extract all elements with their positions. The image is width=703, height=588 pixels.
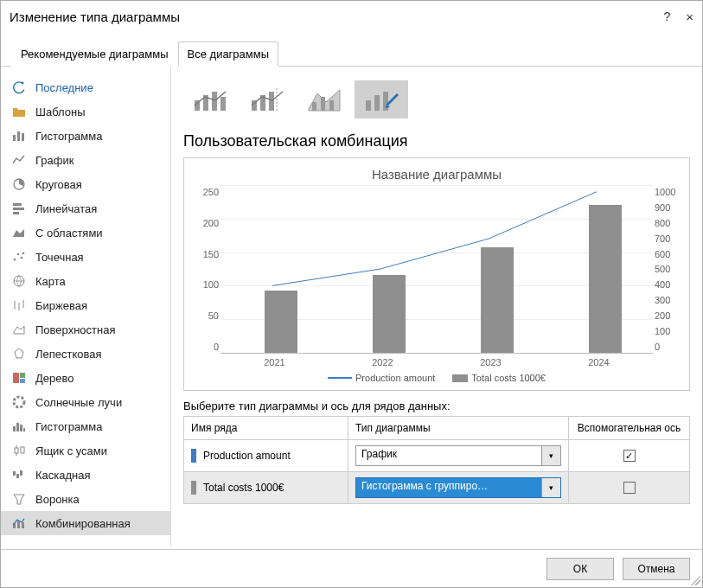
sidebar-item-histogram2[interactable]: Гистограмма (1, 414, 170, 438)
sidebar-item-boxwhisker[interactable]: Ящик с усами (1, 438, 170, 463)
sidebar-item-bar[interactable]: Линейчатая (1, 196, 170, 220)
stock-icon (11, 297, 27, 313)
recent-icon (11, 80, 27, 95)
primary-y-axis: 250 200 150 100 50 0 (193, 185, 220, 354)
svg-rect-18 (20, 379, 25, 383)
svg-rect-46 (374, 95, 380, 111)
svg-rect-5 (13, 208, 24, 210)
svg-rect-23 (23, 428, 25, 431)
svg-rect-29 (16, 474, 19, 478)
close-icon[interactable]: × (686, 10, 693, 24)
subtype-2[interactable] (240, 80, 294, 118)
subtype-custom[interactable] (355, 80, 408, 118)
tab-strip: Рекомендуемые диаграммы Все диаграммы (1, 32, 702, 67)
sidebar-item-combo[interactable]: Комбинированная (1, 511, 170, 535)
subtype-title: Пользовательская комбинация (183, 127, 690, 157)
folder-icon (11, 104, 27, 119)
box-icon (11, 443, 27, 458)
funnel-icon (11, 491, 27, 507)
svg-rect-36 (212, 92, 217, 111)
subtype-3[interactable] (297, 80, 351, 118)
hbar-icon (11, 201, 27, 216)
secondary-axis-checkbox-2[interactable] (623, 482, 636, 494)
column-icon (11, 128, 27, 144)
chevron-down-icon[interactable]: ▾ (541, 478, 560, 497)
sidebar-item-templates[interactable]: Шаблоны (1, 99, 170, 124)
svg-rect-47 (383, 92, 388, 111)
chart-category-sidebar: Последние Шаблоны Гистограмма График Кру… (1, 67, 170, 546)
x-axis: 2021 2022 2023 2024 (193, 357, 681, 368)
title-bar: Изменение типа диаграммы ? × (1, 1, 702, 32)
plot-area (220, 185, 653, 354)
svg-point-10 (22, 252, 25, 255)
dialog-footer: ОК Отмена (1, 549, 702, 587)
series-table: Имя ряда Тип диаграммы Вспомогательная о… (183, 416, 690, 504)
svg-rect-1 (17, 131, 20, 141)
help-icon[interactable]: ? (663, 10, 670, 23)
scatter-icon (11, 249, 27, 265)
svg-rect-45 (366, 100, 371, 111)
sidebar-item-pie[interactable]: Круговая (1, 172, 170, 196)
resize-grip[interactable] (690, 575, 700, 585)
series-intro: Выберите тип диаграммы и ось для рядов д… (183, 399, 690, 412)
series-row-1: Production amount График▾ ✓ (184, 440, 690, 472)
sunburst-icon (11, 394, 27, 410)
sidebar-item-recent[interactable]: Последние (1, 75, 170, 99)
secondary-axis-checkbox-1[interactable]: ✓ (623, 450, 636, 462)
svg-rect-40 (269, 92, 274, 111)
window-title: Изменение типа диаграммы (10, 10, 180, 24)
svg-rect-42 (312, 102, 316, 111)
sidebar-item-area[interactable]: С областями (1, 220, 170, 245)
sidebar-item-column[interactable]: Гистограмма (1, 124, 170, 148)
chevron-down-icon[interactable]: ▾ (541, 446, 560, 465)
legend: Production amount Total costs 1000€ (193, 373, 681, 383)
svg-rect-32 (17, 521, 20, 528)
svg-rect-33 (22, 522, 24, 528)
chart-type-dropdown-2[interactable]: Гистограмма с группиро…▾ (355, 477, 561, 498)
col-header-name: Имя ряда (184, 417, 348, 440)
chart-type-dropdown-1[interactable]: График▾ (355, 445, 561, 466)
surface-icon (11, 322, 27, 337)
svg-rect-2 (22, 133, 24, 141)
svg-point-8 (17, 253, 20, 256)
svg-rect-21 (16, 423, 19, 431)
sidebar-item-radar[interactable]: Лепестковая (1, 342, 170, 366)
chart-title: Название диаграммы (193, 167, 681, 182)
tab-recommended[interactable]: Рекомендуемые диаграммы (11, 42, 178, 67)
sidebar-item-funnel[interactable]: Воронка (1, 487, 170, 511)
sidebar-item-treemap[interactable]: Дерево (1, 366, 170, 390)
sidebar-item-sunburst[interactable]: Солнечные лучи (1, 390, 170, 414)
series-row-2: Total costs 1000€ Гистограмма с группиро… (184, 472, 690, 504)
sidebar-item-stock[interactable]: Биржевая (1, 293, 170, 317)
svg-rect-17 (20, 373, 25, 378)
swatch-icon (191, 481, 196, 495)
cancel-button[interactable]: Отмена (623, 558, 690, 580)
line-icon (11, 152, 27, 168)
svg-rect-37 (220, 97, 226, 111)
svg-rect-24 (15, 448, 18, 453)
svg-rect-30 (20, 470, 22, 476)
pie-icon (11, 176, 27, 192)
sidebar-item-waterfall[interactable]: Каскадная (1, 463, 170, 487)
map-icon (11, 273, 27, 289)
histogram-icon (11, 419, 27, 434)
svg-rect-43 (321, 97, 325, 111)
legend-line-icon (328, 377, 352, 379)
combo-icon (11, 515, 27, 531)
tab-all[interactable]: Все диаграммы (178, 42, 279, 67)
svg-point-7 (14, 259, 16, 261)
svg-rect-28 (13, 471, 16, 476)
svg-rect-0 (13, 135, 16, 141)
sidebar-item-surface[interactable]: Поверхностная (1, 317, 170, 342)
svg-rect-4 (13, 203, 22, 206)
svg-point-9 (21, 257, 23, 259)
sidebar-item-map[interactable]: Карта (1, 269, 170, 293)
legend-bar-icon (452, 374, 468, 382)
svg-rect-22 (20, 425, 22, 431)
ok-button[interactable]: ОК (546, 558, 614, 580)
subtype-1[interactable] (183, 80, 237, 118)
svg-marker-15 (15, 348, 23, 358)
sidebar-item-scatter[interactable]: Точечная (1, 245, 170, 269)
chart-preview: Название диаграммы 250 200 150 100 50 0 (183, 157, 690, 391)
sidebar-item-line[interactable]: График (1, 148, 170, 172)
